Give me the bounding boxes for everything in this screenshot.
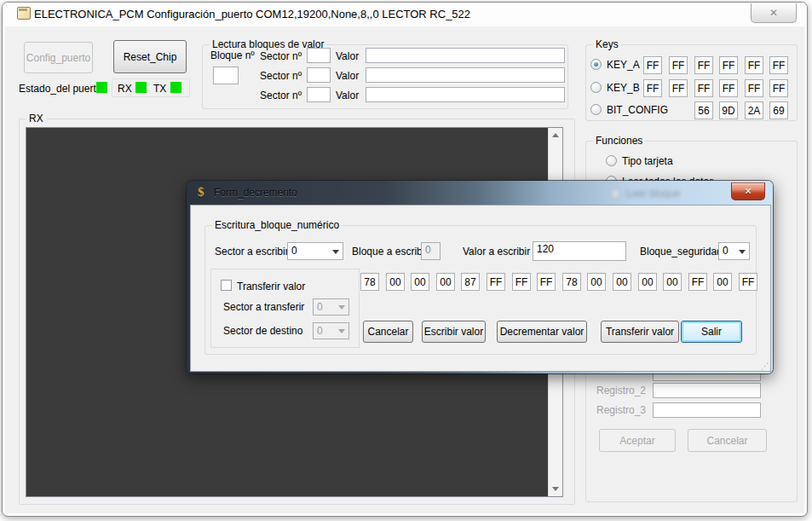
valor-input-1[interactable] xyxy=(366,48,565,63)
sector-transferir-label: Sector a transferir xyxy=(223,301,304,313)
key-b-byte-4[interactable]: FF xyxy=(745,79,763,97)
sector-escribir-combo[interactable]: 0 xyxy=(287,242,343,260)
sector-n-input-1[interactable] xyxy=(307,48,331,63)
form-decremento-dialog: Leer bloque $ Form_decremento ✕ Escritur… xyxy=(187,181,773,373)
tipo-tarjeta-label: Tipo tarjeta xyxy=(622,155,673,167)
salir-button[interactable]: Salir xyxy=(681,321,742,343)
bit-config-byte-3[interactable]: 69 xyxy=(769,101,788,119)
estado-indicator xyxy=(96,82,107,93)
key-b-radio[interactable] xyxy=(590,82,602,93)
transferir-valor-checkbox[interactable] xyxy=(221,280,232,291)
sector-n-label-3: Sector nº xyxy=(260,90,302,101)
key-a-byte-5[interactable]: FF xyxy=(769,56,788,74)
bloque-escribir-input[interactable]: 0 xyxy=(421,242,441,260)
sector-escribir-label: Sector a escribir xyxy=(215,246,289,258)
obscured-leer-bloque-radio xyxy=(611,189,620,199)
bit-config-byte-1[interactable]: 9D xyxy=(719,101,738,119)
rx-indicator xyxy=(135,82,147,93)
key-b-byte-2[interactable]: FF xyxy=(694,79,713,97)
hex-byte-8[interactable]: 78 xyxy=(562,273,581,291)
scroll-down-icon[interactable] xyxy=(552,487,559,491)
registro-2-label: Registro_2 xyxy=(596,385,646,397)
hex-byte-0[interactable]: 78 xyxy=(360,273,379,291)
sector-destino-combo[interactable]: 0 xyxy=(313,322,349,339)
valor-input-2[interactable] xyxy=(366,67,565,83)
app-icon-bar xyxy=(19,9,27,11)
hex-byte-4[interactable]: 87 xyxy=(461,273,480,291)
tx-indicator-label: TX xyxy=(153,83,166,95)
valor-escribir-input[interactable]: 120 xyxy=(533,241,626,261)
key-b-byte-3[interactable]: FF xyxy=(719,79,738,97)
key-b-byte-5[interactable]: FF xyxy=(769,79,788,97)
hex-byte-2[interactable]: 00 xyxy=(411,273,429,291)
bloque-seguridad-combo[interactable]: 0 xyxy=(718,242,750,260)
dialog-close-icon: ✕ xyxy=(744,186,752,197)
escritura-group-title: Escritura_bloque_numérico xyxy=(212,219,342,231)
scroll-up-icon[interactable] xyxy=(552,133,559,137)
hex-byte-12[interactable]: 00 xyxy=(663,273,682,291)
obscured-leer-bloque-label: Leer bloque xyxy=(626,188,680,200)
sector-transferir-combo[interactable]: 0 xyxy=(313,298,349,315)
sector-destino-value: 0 xyxy=(317,325,323,337)
hex-byte-15[interactable]: FF xyxy=(739,273,757,291)
chevron-down-icon xyxy=(332,250,339,254)
resize-grip[interactable]: ⋰ xyxy=(761,362,769,371)
bit-config-byte-0[interactable]: 56 xyxy=(694,101,713,119)
bit-config-radio[interactable] xyxy=(590,104,602,115)
chevron-down-icon xyxy=(739,250,746,254)
registro-3-input[interactable] xyxy=(653,402,761,418)
key-a-byte-0[interactable]: FF xyxy=(643,56,662,74)
valor-label-2: Valor xyxy=(336,70,359,82)
transferir-valor-label: Transferir valor xyxy=(237,281,305,292)
escribir-valor-button[interactable]: Escribir valor xyxy=(422,321,486,343)
decrementar-valor-button[interactable]: Decrementar valor xyxy=(497,321,587,343)
close-icon: ✕ xyxy=(769,7,778,19)
hex-byte-9[interactable]: 00 xyxy=(587,273,606,291)
hex-byte-10[interactable]: 00 xyxy=(613,273,631,291)
hex-byte-1[interactable]: 00 xyxy=(386,273,405,291)
config-puerto-button[interactable]: Config_puerto xyxy=(24,42,93,73)
hex-byte-13[interactable]: FF xyxy=(688,273,707,291)
estado-puerto-label: Estado_del puerto xyxy=(19,83,101,95)
key-b-byte-1[interactable]: FF xyxy=(669,79,688,97)
hex-byte-6[interactable]: FF xyxy=(512,273,531,291)
registro-3-label: Registro_3 xyxy=(596,404,646,416)
cancelar-dialog-button[interactable]: Cancelar xyxy=(363,321,413,343)
key-b-byte-0[interactable]: FF xyxy=(643,79,662,97)
key-a-byte-4[interactable]: FF xyxy=(745,56,763,74)
key-a-label: KEY_A xyxy=(607,59,640,71)
dialog-close-button[interactable]: ✕ xyxy=(731,182,765,200)
aceptar-button[interactable]: Aceptar xyxy=(599,429,676,452)
hex-byte-11[interactable]: 00 xyxy=(638,273,657,291)
valor-input-3[interactable] xyxy=(366,87,565,102)
hex-byte-14[interactable]: 00 xyxy=(713,273,732,291)
chevron-down-icon xyxy=(338,305,345,310)
bit-config-label: BIT_CONFIG xyxy=(607,104,668,116)
key-a-byte-2[interactable]: FF xyxy=(694,56,713,74)
key-a-radio[interactable] xyxy=(590,59,602,70)
transferir-valor-button[interactable]: Transferir valor xyxy=(601,321,679,343)
reset-chip-button[interactable]: Reset_Chip xyxy=(113,40,187,73)
sector-n-input-3[interactable] xyxy=(307,87,331,102)
hex-byte-5[interactable]: FF xyxy=(487,273,505,291)
dialog-title: Form_decremento xyxy=(214,187,297,199)
bloque-n-input[interactable] xyxy=(213,67,239,84)
bloque-escribir-label: Bloque a escribir xyxy=(352,246,428,258)
window-close-button[interactable]: ✕ xyxy=(751,3,797,23)
hex-byte-3[interactable]: 00 xyxy=(436,273,455,291)
key-a-byte-1[interactable]: FF xyxy=(669,56,688,74)
bloque-seguridad-value: 0 xyxy=(723,245,728,257)
bit-config-byte-2[interactable]: 2A xyxy=(745,101,763,119)
hex-byte-7[interactable]: FF xyxy=(537,273,556,291)
sector-n-label-1: Sector nº xyxy=(260,50,302,62)
registro-2-input[interactable] xyxy=(653,383,761,398)
app-icon xyxy=(16,6,31,20)
rx-group-title: RX xyxy=(26,113,46,124)
key-a-byte-3[interactable]: FF xyxy=(719,56,738,74)
dialog-dollar-icon: $ xyxy=(198,185,204,200)
sector-n-input-2[interactable] xyxy=(307,67,331,83)
tipo-tarjeta-radio[interactable] xyxy=(606,155,617,166)
sector-transferir-value: 0 xyxy=(317,301,323,313)
sector-n-label-2: Sector nº xyxy=(260,70,302,82)
cancelar-button[interactable]: Cancelar xyxy=(688,429,767,452)
